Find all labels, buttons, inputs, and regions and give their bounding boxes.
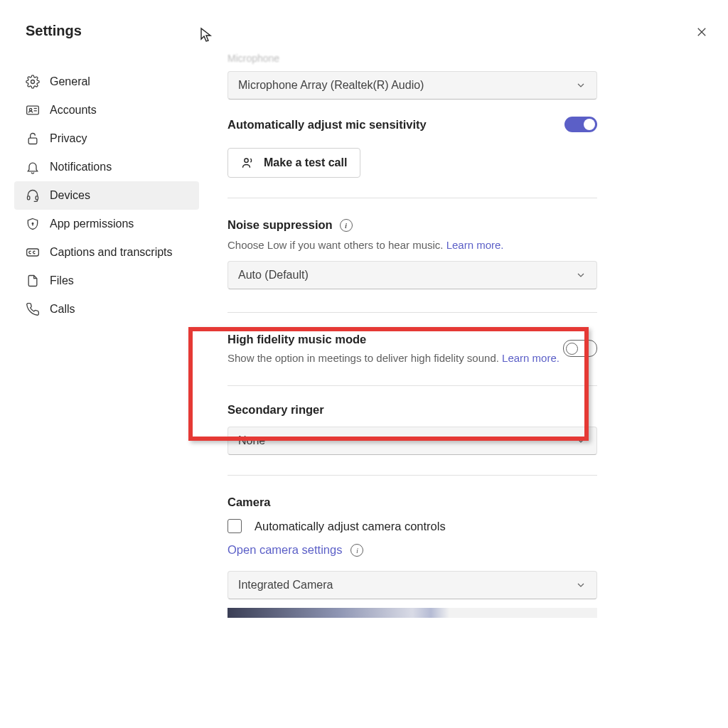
noise-suppression-desc: Choose Low if you want others to hear mu… (228, 239, 446, 251)
camera-select-value: Integrated Camera (238, 579, 333, 592)
sidebar-item-label: Files (50, 274, 74, 287)
sidebar-item-label: Accounts (50, 104, 97, 117)
divider (228, 385, 597, 386)
secondary-ringer-title: Secondary ringer (228, 403, 597, 417)
microphone-label: Microphone (228, 53, 597, 64)
chevron-down-icon (575, 579, 587, 591)
svg-point-8 (32, 223, 33, 224)
noise-suppression-learn-more-link[interactable]: Learn more. (446, 239, 504, 251)
svg-point-2 (29, 109, 31, 111)
sidebar-item-privacy[interactable]: Privacy (14, 124, 199, 153)
svg-rect-1 (27, 106, 39, 114)
info-icon[interactable]: i (350, 544, 363, 557)
make-test-call-button[interactable]: Make a test call (228, 148, 360, 178)
auto-mic-title: Automatically adjust mic sensitivity (228, 118, 427, 132)
caption-icon (26, 245, 40, 259)
sidebar-item-notifications[interactable]: Notifications (14, 153, 199, 181)
sidebar-item-label: Captions and transcripts (50, 246, 173, 259)
microphone-select[interactable]: Microphone Array (Realtek(R) Audio) (228, 71, 597, 100)
open-camera-settings-link[interactable]: Open camera settings (228, 543, 342, 557)
hifi-title: High fidelity music mode (228, 333, 560, 346)
gear-icon (26, 75, 40, 89)
divider (228, 312, 597, 313)
close-icon (695, 26, 708, 38)
secondary-ringer-select-value: None (238, 434, 265, 447)
bell-icon (26, 160, 40, 174)
headset-icon (26, 188, 40, 203)
auto-mic-toggle[interactable] (564, 117, 597, 132)
phone-icon (26, 302, 40, 316)
chevron-down-icon (575, 435, 587, 446)
hifi-learn-more-link[interactable]: Learn more. (502, 352, 560, 364)
close-button[interactable] (695, 26, 708, 38)
page-title: Settings (26, 23, 199, 39)
hifi-desc: Show the option in meetings to deliver h… (228, 352, 502, 364)
svg-rect-7 (36, 196, 38, 200)
svg-rect-5 (28, 138, 37, 144)
person-call-icon (241, 156, 255, 170)
noise-suppression-title: Noise suppression (228, 218, 333, 232)
sidebar-item-app-permissions[interactable]: App permissions (14, 210, 199, 238)
sidebar-item-general[interactable]: General (14, 68, 199, 96)
sidebar-item-accounts[interactable]: Accounts (14, 96, 199, 124)
sidebar-item-label: App permissions (50, 218, 134, 230)
file-icon (26, 274, 40, 288)
secondary-ringer-select[interactable]: None (228, 427, 597, 455)
shield-icon (26, 217, 40, 231)
auto-adjust-camera-label: Automatically adjust camera controls (255, 520, 446, 533)
camera-preview (228, 608, 597, 618)
sidebar-item-label: General (50, 75, 90, 88)
make-test-call-label: Make a test call (264, 156, 347, 169)
sidebar-item-calls[interactable]: Calls (14, 295, 199, 323)
sidebar-item-label: Notifications (50, 161, 112, 173)
sidebar-item-captions[interactable]: Captions and transcripts (14, 238, 199, 267)
svg-point-0 (31, 80, 35, 84)
auto-adjust-camera-checkbox[interactable] (228, 519, 242, 533)
sidebar-item-devices[interactable]: Devices (14, 181, 199, 210)
svg-point-13 (245, 159, 248, 162)
divider (228, 198, 597, 198)
svg-rect-6 (28, 196, 30, 200)
camera-select[interactable]: Integrated Camera (228, 571, 597, 599)
sidebar-item-label: Calls (50, 303, 75, 316)
hifi-toggle[interactable] (563, 340, 597, 357)
sidebar-item-files[interactable]: Files (14, 267, 199, 295)
divider (228, 475, 597, 476)
noise-suppression-select-value: Auto (Default) (238, 269, 309, 282)
camera-title: Camera (228, 496, 597, 509)
lock-icon (26, 132, 40, 146)
chevron-down-icon (575, 80, 587, 91)
sidebar-item-label: Privacy (50, 132, 87, 145)
info-icon[interactable]: i (340, 219, 353, 232)
noise-suppression-select[interactable]: Auto (Default) (228, 261, 597, 289)
id-card-icon (26, 103, 40, 117)
sidebar-item-label: Devices (50, 189, 90, 202)
settings-nav: General Accounts Privacy Notifications (14, 68, 199, 323)
microphone-select-value: Microphone Array (Realtek(R) Audio) (238, 79, 424, 92)
chevron-down-icon (575, 269, 587, 281)
